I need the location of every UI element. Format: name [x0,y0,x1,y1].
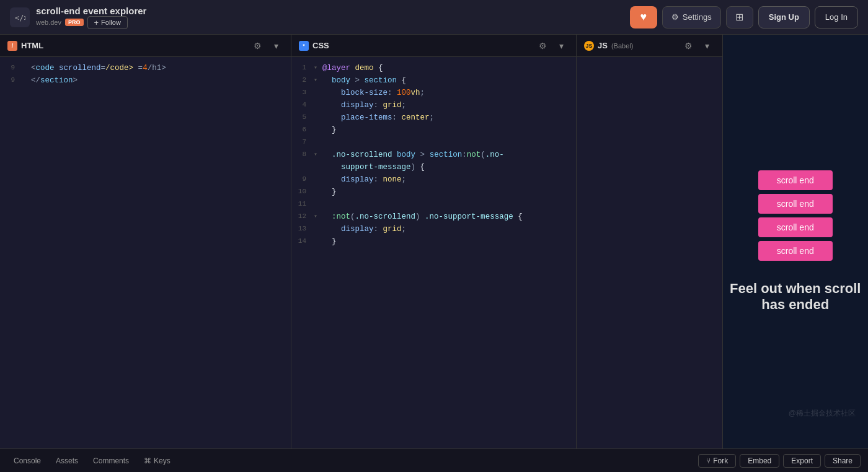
css-icon: * [299,41,309,51]
line-arrow [314,87,322,88]
line-code: <code scrollend=/code> =4/h1> [31,62,286,74]
js-label-text: JS [598,41,608,50]
code-line: 4 display: grid; [291,99,576,111]
js-panel-header: JS JS (Babel) ⚙ ▾ [577,35,722,57]
line-code: :not(.no-scrollend) .no-support-message … [322,211,571,223]
export-label: Export [791,457,813,465]
fork-label: Fork [713,457,728,465]
html-icon: / [7,41,17,51]
code-line: 5 place-items: center; [291,111,576,124]
line-number: 3 [296,87,314,98]
scroll-end-button-3[interactable]: scroll end [758,217,833,237]
line-code: @layer demo { [322,62,571,74]
line-arrow [314,161,322,162]
html-collapse-button[interactable]: ▾ [268,38,283,53]
signup-button[interactable]: Sign Up [758,6,810,28]
top-bar-right: ♥ ⚙ Settings ⊞ Sign Up Log In [630,6,858,28]
js-icon: JS [584,41,594,51]
heart-icon: ♥ [640,11,647,24]
code-line: 1 ▾ @layer demo { [291,62,576,74]
code-line: 3 block-size: 100vh; [291,87,576,99]
scroll-end-button-4[interactable]: scroll end [758,241,833,261]
html-settings-button[interactable]: ⚙ [250,38,265,53]
js-panel-label: JS JS (Babel) [584,41,633,51]
line-code: } [322,186,571,198]
css-collapse-button[interactable]: ▾ [554,38,569,53]
editor-area: / HTML ⚙ ▾ 9 <code scrollend=/code> =4/h… [0,35,868,448]
line-number: 10 [296,186,314,198]
login-button[interactable]: Log In [815,6,858,28]
line-code: } [322,235,571,248]
line-arrow [314,186,322,187]
comments-tab[interactable]: Comments [87,454,135,468]
line-code: body > section { [322,74,571,87]
line-number: 6 [296,124,314,136]
code-line: 2 ▾ body > section { [291,74,576,87]
embed-label: Embed [748,457,771,465]
html-code-editor[interactable]: 9 <code scrollend=/code> =4/h1> 9 </sect… [0,57,291,448]
code-line: 14 } [291,235,576,248]
line-number: 12 [296,211,314,222]
js-babel-badge: (Babel) [611,42,633,50]
assets-tab[interactable]: Assets [50,454,84,468]
svg-text:</>: </> [15,14,26,22]
css-code-editor[interactable]: 1 ▾ @layer demo { 2 ▾ body > section { 3… [291,57,576,448]
line-arrow [314,111,322,113]
js-panel: JS JS (Babel) ⚙ ▾ [577,35,723,448]
line-number: 1 [296,62,314,74]
css-panel-label: * CSS [299,41,329,51]
line-arrow [22,62,31,63]
line-number: 5 [296,111,314,123]
line-arrow [314,198,322,199]
html-panel-header: / HTML ⚙ ▾ [0,35,291,57]
line-arrow: ▾ [314,62,322,73]
share-button[interactable]: Share [825,454,861,468]
code-line: 9 display: none; [291,173,576,186]
top-bar-left: </> scroll-end event explorer web.dev PR… [10,6,146,29]
line-arrow [314,173,322,175]
bottom-tabs: Console Assets Comments ⌘ Keys [7,454,177,468]
feel-text: Feel out when scroll has ended [723,281,869,313]
line-number: 11 [296,198,314,210]
js-panel-controls: ⚙ ▾ [681,38,715,53]
app-subtitle-text: web.dev [36,19,61,26]
line-number [296,161,314,162]
line-number: 13 [296,223,314,235]
html-panel-label: / HTML [7,41,43,51]
line-code: } [322,124,571,136]
settings-button[interactable]: ⚙ Settings [662,6,721,28]
export-button[interactable]: Export [783,454,821,468]
embed-button[interactable]: Embed [740,454,779,468]
css-settings-button[interactable]: ⚙ [535,38,550,53]
js-collapse-button[interactable]: ▾ [700,38,715,53]
layout-button[interactable]: ⊞ [726,6,753,28]
app-title: scroll-end event explorer [36,6,146,16]
keys-label: Keys [154,457,170,465]
share-label: Share [833,457,852,465]
scroll-end-button-2[interactable]: scroll end [758,194,833,214]
keys-tab[interactable]: ⌘ Keys [138,454,177,468]
scroll-end-button-1[interactable]: scroll end [758,170,833,190]
line-code: display: none; [322,173,571,186]
line-arrow [22,74,31,76]
follow-button[interactable]: Follow [87,16,128,29]
fork-icon: ⑂ [706,457,711,465]
bottom-bar: Console Assets Comments ⌘ Keys ⑂ Fork Em… [0,448,868,472]
html-label-text: HTML [21,41,43,50]
js-settings-button[interactable]: ⚙ [681,38,696,53]
fork-button[interactable]: ⑂ Fork [698,454,736,468]
code-line: 7 [291,136,576,149]
line-code: </section> [31,74,286,87]
console-tab[interactable]: Console [7,454,47,468]
like-button[interactable]: ♥ [630,6,657,28]
line-number: 7 [296,136,314,148]
line-arrow [314,124,322,125]
line-number: 9 [5,74,22,86]
settings-label: Settings [683,12,712,22]
css-panel-controls: ⚙ ▾ [535,38,569,53]
preview-content: scroll end scroll end scroll end scroll … [758,170,833,261]
line-arrow [314,235,322,237]
line-number: 14 [296,235,314,247]
line-code: block-size: 100vh; [322,87,571,99]
js-code-editor[interactable] [577,57,722,448]
